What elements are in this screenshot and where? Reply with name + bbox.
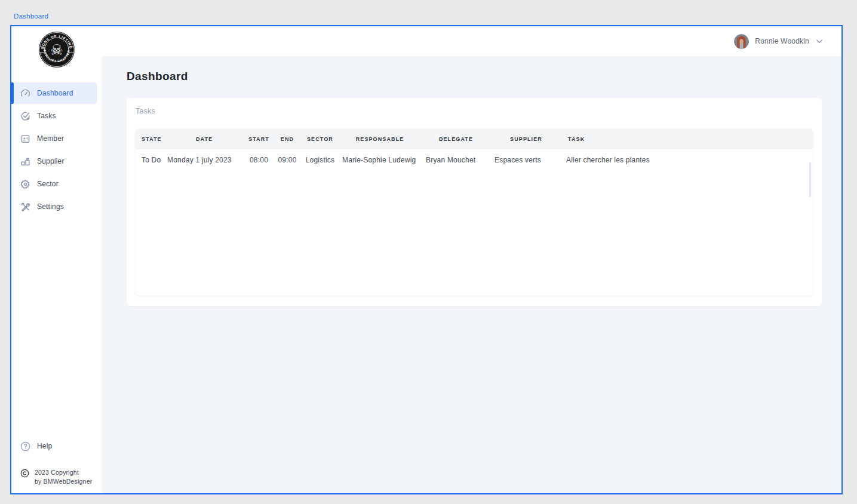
col-header-start: START bbox=[245, 128, 272, 149]
gear-icon bbox=[20, 179, 30, 189]
table-header-row: STATE DATE START END SECTOR RESPONSABLE … bbox=[136, 128, 813, 149]
col-header-responsable: RESPONSABLE bbox=[338, 128, 422, 149]
cell-state: To Do bbox=[136, 149, 163, 170]
chevron-down-icon[interactable] bbox=[815, 37, 824, 45]
sidebar-item-label: Supplier bbox=[37, 157, 64, 165]
table-row[interactable]: To Do Monday 1 july 2023 08:00 09:00 Log… bbox=[136, 149, 813, 170]
copyright-line2: by BMWebDesigner bbox=[35, 478, 92, 485]
sidebar-item-dashboard[interactable]: Dashboard bbox=[11, 82, 97, 104]
sidebar-item-member[interactable]: Member bbox=[11, 128, 102, 149]
copyright: 2023 Copyright by BMWebDesigner bbox=[20, 468, 102, 486]
club-logo: SONS OF LIFTING FORKLIFT CHAPTER ☠ bbox=[38, 31, 75, 68]
cell-supplier: Espaces verts bbox=[490, 149, 562, 170]
top-header: Ronnie Woodkin bbox=[102, 26, 841, 56]
help-label: Help bbox=[37, 442, 52, 450]
tasks-card-title: Tasks bbox=[136, 106, 813, 116]
copyright-text: 2023 Copyright by BMWebDesigner bbox=[35, 468, 92, 486]
sidebar-item-label: Member bbox=[37, 134, 64, 143]
sidebar-item-label: Settings bbox=[37, 202, 64, 211]
skull-icon: ☠ bbox=[50, 42, 63, 58]
col-header-state: STATE bbox=[136, 128, 163, 149]
copyright-line1: 2023 Copyright bbox=[35, 469, 79, 476]
tasks-card: Tasks STATE DATE START bbox=[127, 98, 822, 306]
sidebar-item-sector[interactable]: Sector bbox=[11, 173, 102, 195]
col-header-task: TASK bbox=[562, 128, 813, 149]
sidebar-item-label: Sector bbox=[37, 180, 59, 188]
member-badge-icon bbox=[20, 134, 30, 144]
app-frame: SONS OF LIFTING FORKLIFT CHAPTER ☠ Dashb… bbox=[10, 25, 843, 494]
help-button[interactable]: Help bbox=[20, 437, 102, 455]
col-header-sector: SECTOR bbox=[302, 128, 338, 149]
sidebar-nav: Dashboard Tasks Member bbox=[11, 82, 102, 217]
sidebar-item-tasks[interactable]: Tasks bbox=[11, 105, 102, 127]
cell-sector: Logistics bbox=[302, 149, 338, 170]
col-header-end: END bbox=[272, 128, 302, 149]
avatar[interactable] bbox=[734, 34, 749, 49]
sidebar-item-label: Tasks bbox=[37, 112, 56, 120]
sidebar-item-supplier[interactable]: Supplier bbox=[11, 150, 102, 172]
skull-badge-logo: SONS OF LIFTING FORKLIFT CHAPTER ☠ bbox=[38, 31, 75, 68]
tasks-table: STATE DATE START END SECTOR RESPONSABLE … bbox=[136, 128, 813, 170]
sidebar: SONS OF LIFTING FORKLIFT CHAPTER ☠ Dashb… bbox=[11, 26, 102, 493]
col-header-supplier: SUPPLIER bbox=[490, 128, 562, 149]
col-header-date: DATE bbox=[163, 128, 245, 149]
tools-icon bbox=[20, 202, 30, 212]
cell-delegate: Bryan Mouchet bbox=[422, 149, 490, 170]
user-name[interactable]: Ronnie Woodkin bbox=[755, 37, 809, 45]
table-scrollbar[interactable] bbox=[809, 162, 811, 197]
factory-icon bbox=[20, 156, 30, 167]
col-header-delegate: DELEGATE bbox=[422, 128, 490, 149]
page-title: Dashboard bbox=[127, 70, 822, 82]
task-check-icon bbox=[20, 111, 30, 121]
help-icon bbox=[20, 441, 30, 451]
sidebar-item-settings[interactable]: Settings bbox=[11, 196, 102, 217]
main-area: Ronnie Woodkin Dashboard Tasks bbox=[102, 26, 841, 493]
cell-task: Aller chercher les plantes bbox=[562, 149, 813, 170]
cell-end: 09:00 bbox=[272, 149, 302, 170]
copyright-icon bbox=[20, 469, 29, 478]
cell-date: Monday 1 july 2023 bbox=[163, 149, 245, 170]
breadcrumb-dashboard-link[interactable]: Dashboard bbox=[14, 13, 48, 20]
content: Dashboard Tasks STATE DATE bbox=[102, 56, 841, 493]
gauge-icon bbox=[20, 88, 30, 99]
sidebar-footer: Help 2023 Copyright by BMWebDesigner bbox=[11, 437, 102, 493]
active-indicator-bar bbox=[11, 82, 14, 104]
cell-start: 08:00 bbox=[245, 149, 272, 170]
tasks-table-container: STATE DATE START END SECTOR RESPONSABLE … bbox=[136, 128, 813, 296]
sidebar-item-label: Dashboard bbox=[37, 89, 73, 97]
cell-responsable: Marie-Sophie Ludewig bbox=[338, 149, 422, 170]
